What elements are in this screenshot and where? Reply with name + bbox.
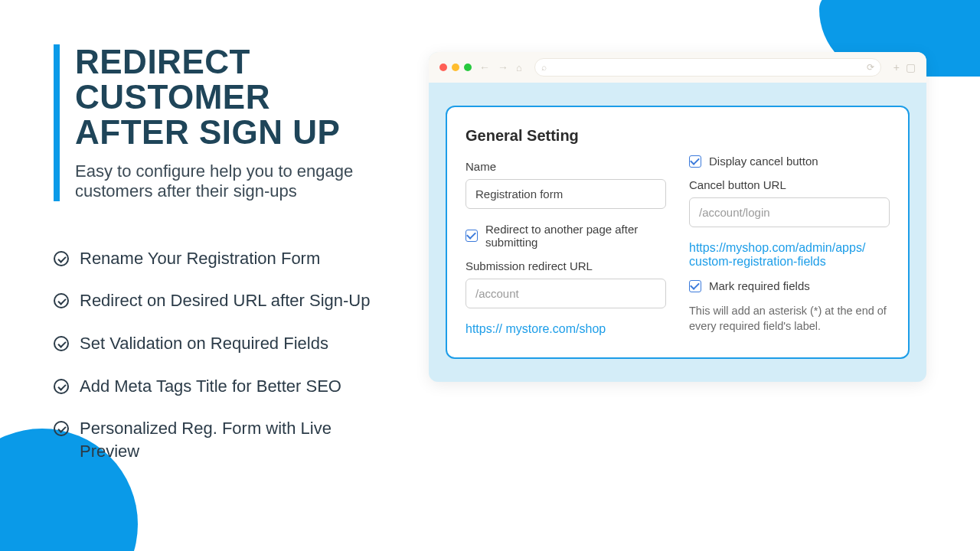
display-cancel-checkbox[interactable] [689,155,701,168]
cancel-url-label: Cancel button URL [689,178,890,191]
forward-icon[interactable]: → [498,61,508,73]
panel-heading: General Setting [466,127,666,145]
address-bar[interactable]: ⌕ ⟳ [534,58,881,77]
home-icon[interactable]: ⌂ [516,62,522,73]
display-cancel-label: Display cancel button [709,155,818,168]
check-icon [54,251,69,266]
name-label: Name [466,160,666,173]
check-icon [54,379,69,394]
window-minimize-icon[interactable] [452,64,459,71]
feature-item: Redirect on Desired URL after Sign-Up [80,289,370,312]
mark-required-help: This will add an asterisk (*) at the end… [689,303,890,334]
redirect-checkbox[interactable] [466,230,478,242]
redirect-checkbox-label: Redirect to another page after submittin… [485,223,666,249]
check-icon [54,421,69,436]
back-icon[interactable]: ← [479,61,490,73]
redirect-example-link[interactable]: https:// mystore.com/shop [466,322,666,336]
browser-mockup: ← → ⌂ ⌕ ⟳ + ▢ General Setting Name [429,52,926,382]
redirect-url-input[interactable] [466,279,666,308]
feature-item: Set Validation on Required Fields [80,332,328,355]
feature-item: Rename Your Registration Form [80,247,320,270]
refresh-icon[interactable]: ⟳ [867,62,874,73]
cancel-example-link[interactable]: https://myshop.com/admin/apps/ custom-re… [689,241,890,269]
page-title: REDIRECT CUSTOMER AFTER SIGN UP [75,44,390,151]
name-input[interactable] [466,179,666,209]
new-tab-icon[interactable]: + [893,61,900,73]
check-icon [54,336,69,351]
feature-item: Personalized Reg. Form with Live Preview [80,417,390,462]
page-subtitle: Easy to configure help you to engage cus… [75,161,390,201]
feature-item: Add Meta Tags Title for Better SEO [80,375,341,398]
window-close-icon[interactable] [439,64,447,71]
redirect-url-label: Submission redirect URL [466,259,666,272]
browser-chrome: ← → ⌂ ⌕ ⟳ + ▢ [429,52,926,83]
general-setting-panel: General Setting Name Redirect to another… [446,106,910,359]
check-icon [54,293,69,308]
window-maximize-icon[interactable] [464,64,472,71]
cancel-url-input[interactable] [689,197,890,227]
search-icon: ⌕ [541,62,547,73]
tabs-icon[interactable]: ▢ [906,61,916,73]
mark-required-label: Mark required fields [709,279,810,292]
feature-list: Rename Your Registration Form Redirect o… [54,247,390,463]
mark-required-checkbox[interactable] [689,280,701,292]
